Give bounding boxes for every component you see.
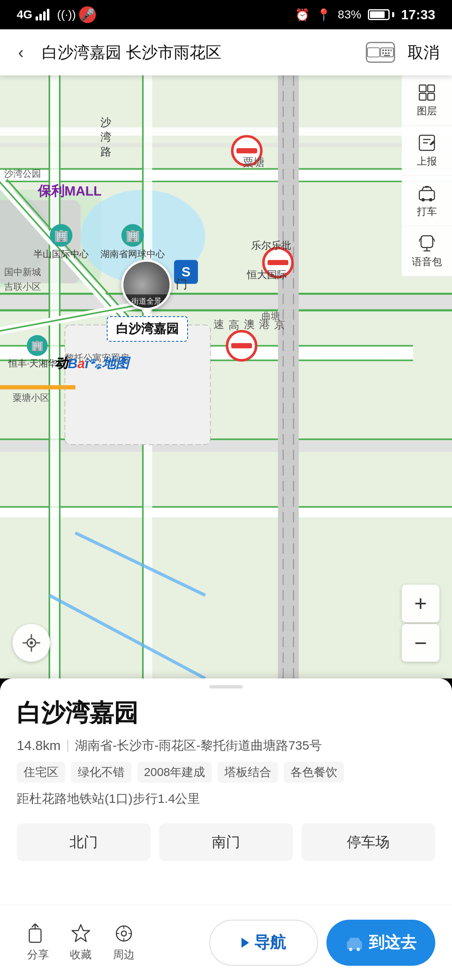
svg-rect-42 [65,325,211,445]
place-address: 湖南省-长沙市-雨花区-黎托街道曲塘路735号 [75,737,435,754]
map-background: S 沙湾路 沙湾公园 粟塘 保利MALL 🏢 半山国际中心 🏢 湖南省网球中心 … [0,75,452,678]
place-info: 14.8km 湖南省-长沙市-雨花区-黎托街道曲塘路735号 [0,734,452,758]
south-gate-button[interactable]: 南门 [159,823,293,861]
favorite-item[interactable]: 收藏 [59,923,102,962]
signal-bar-3 [43,11,46,21]
svg-rect-5 [382,52,384,54]
navigate-button[interactable]: 导航 [209,920,318,966]
voice-label: 语音包 [412,255,442,268]
zoom-in-button[interactable]: + [402,585,439,622]
time-display: 17:33 [401,7,435,23]
tag-green: 绿化不错 [71,762,131,783]
tag-residential: 住宅区 [17,762,65,783]
location-button[interactable] [13,624,50,662]
svg-rect-34 [278,75,299,678]
map-label-bao-li-mall: 保利MALL [38,182,102,201]
map-label-li-tang: 粟塘 [243,155,265,170]
nav-triangle-icon [241,938,249,948]
share-item[interactable]: 分享 [17,923,59,962]
right-toolbar: 图层 上报 打车 语音包 [402,75,452,276]
layers-button[interactable]: 图层 [402,75,452,126]
signal-bar-4 [47,9,49,21]
action-bar: 分享 收藏 周边 导航 [0,905,452,980]
baidu-watermark: 动 B a i 🐾 地图 [54,354,129,373]
battery-icon [368,9,394,20]
ji-lian-label: 吉联小区 [4,281,41,293]
svg-rect-7 [388,52,389,54]
cancel-button[interactable]: 取消 [403,42,444,63]
status-left: 4G ((·)) 🎤 [17,6,96,23]
guo-zhong-label: 国中新城 [4,266,41,279]
search-bar: ‹ 白沙湾嘉园 长沙市雨花区 取消 [0,29,452,75]
status-bar: 4G ((·)) 🎤 ⏰ 📍 83% 17:33 [0,0,452,29]
parking-button[interactable]: 停车场 [301,823,435,861]
svg-rect-57 [428,93,434,100]
svg-rect-27 [0,507,452,517]
svg-rect-16 [0,169,452,181]
navigate-label: 导航 [254,932,286,953]
map-area[interactable]: S 沙湾路 沙湾公园 粟塘 保利MALL 🏢 半山国际中心 🏢 湖南省网球中心 … [0,75,452,678]
cu-tang-xiaoqu-label: 粟塘小区 [13,392,49,404]
svg-rect-61 [419,191,434,200]
signal-bar-1 [36,16,38,21]
goto-label: 到这去 [369,932,416,953]
info-divider [67,740,68,752]
svg-marker-79 [72,925,90,941]
back-button[interactable]: ‹ [8,40,33,65]
svg-rect-2 [385,49,387,51]
gate-label: 门 [176,276,187,292]
goto-button[interactable]: 到这去 [326,920,435,966]
svg-rect-75 [29,929,41,942]
search-text[interactable]: 白沙湾嘉园 长沙市雨花区 [42,42,357,63]
layers-label: 图层 [417,104,437,118]
zoom-controls: + − [402,585,439,662]
place-subway: 距杜花路地铁站(1口)步行1.4公里 [0,787,452,811]
voice-button[interactable]: 语音包 [402,226,452,276]
keyboard-icon[interactable] [366,42,395,63]
report-label: 上报 [417,155,437,168]
favorite-label: 收藏 [70,947,92,962]
signal-bars [36,9,49,21]
location-icon: 📍 [316,8,331,22]
svg-rect-14 [0,127,452,136]
svg-rect-55 [428,85,434,92]
tag-structure: 塔板结合 [218,762,278,783]
svg-rect-51 [231,343,252,348]
wifi-icon: ((·)) [57,8,76,21]
svg-rect-49 [267,260,288,265]
taxi-label: 打车 [417,205,437,218]
svg-rect-47 [236,148,257,153]
street-view-label: 街道全景 [123,294,170,308]
nearby-item[interactable]: 周边 [102,923,145,962]
svg-point-63 [429,198,432,201]
svg-rect-4 [390,49,392,51]
tag-food: 各色餐饮 [284,762,344,783]
svg-point-74 [30,641,33,645]
svg-point-81 [121,931,126,936]
alarm-icon: ⏰ [295,8,310,22]
svg-rect-3 [388,49,389,51]
place-distance: 14.8km [17,738,61,753]
gate-buttons: 北门 南门 停车场 [0,815,452,869]
zoom-out-button[interactable]: − [402,624,439,662]
report-button[interactable]: 上报 [402,126,452,176]
tag-year: 2008年建成 [137,762,212,783]
le-er-le-label: 乐尔乐批 [251,239,291,252]
svg-rect-1 [382,49,384,51]
svg-rect-19 [0,294,452,310]
share-label: 分享 [27,947,49,962]
ban-shan-marker: 🏢 半山国际中心 [33,224,89,260]
place-name: 白沙湾嘉园 [0,689,452,734]
svg-point-62 [421,198,425,201]
place-marker-map: 白沙湾嘉园 [107,316,188,342]
svg-rect-6 [385,52,387,54]
place-tags: 住宅区 绿化不错 2008年建成 塔板结合 各色餐饮 [0,758,452,787]
map-label-sha-wan-park: 沙湾公园 [4,168,41,180]
heng-da-label: 恒大国际 [247,268,287,281]
svg-point-88 [357,948,360,951]
taxi-button[interactable]: 打车 [402,176,452,226]
svg-rect-66 [421,236,433,248]
north-gate-button[interactable]: 北门 [17,823,151,861]
panel-handle [209,685,243,689]
street-view-bubble[interactable]: 街道全景 [121,260,172,317]
